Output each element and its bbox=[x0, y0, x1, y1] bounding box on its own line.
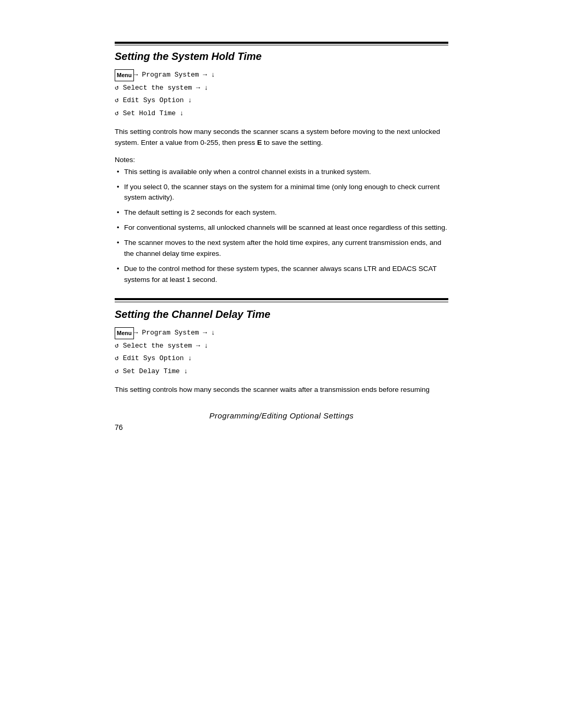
section2-rule-thin bbox=[115, 302, 448, 302]
section2-header-bar bbox=[115, 298, 448, 302]
s2-path-line-4: ↺ Set Delay Time ↓ bbox=[115, 365, 448, 378]
bullet-2: If you select 0, the scanner stays on th… bbox=[115, 182, 448, 204]
notes-label: Notes: bbox=[115, 156, 448, 164]
s2-path-line-2-text: ↺ Select the system → ↓ bbox=[115, 340, 208, 353]
section-channel-delay: Setting the Channel Delay Time Menu → Pr… bbox=[115, 298, 448, 396]
s2-menu-key: Menu bbox=[115, 327, 134, 339]
section1-body: This setting controls how many seconds t… bbox=[115, 127, 448, 149]
bullet-5: The scanner moves to the next system aft… bbox=[115, 238, 448, 260]
path-line-3: ↺ Edit Sys Option ↓ bbox=[115, 94, 448, 107]
s2-path-line-3-text: ↺ Edit Sys Option ↓ bbox=[115, 352, 192, 365]
section2-body: This setting controls how many seconds t… bbox=[115, 385, 448, 396]
page-footer: Programming/Editing Optional Settings 76 bbox=[115, 411, 448, 431]
s2-path-line-4-text: ↺ Set Delay Time ↓ bbox=[115, 365, 188, 378]
s2-path-line-1: Menu → Program System → ↓ bbox=[115, 327, 448, 340]
top-rule-thin bbox=[115, 45, 448, 45]
path-line-4: ↺ Set Hold Time ↓ bbox=[115, 107, 448, 120]
section2-rule-thick bbox=[115, 298, 448, 300]
path-line-1: Menu → Program System → ↓ bbox=[115, 69, 448, 82]
section1-menu-path: Menu → Program System → ↓ ↺ Select the s… bbox=[115, 69, 448, 120]
bullet-1: This setting is available only when a co… bbox=[115, 167, 448, 178]
section1-title: Setting the System Hold Time bbox=[115, 51, 448, 63]
s2-path-line-3: ↺ Edit Sys Option ↓ bbox=[115, 352, 448, 365]
s2-path-line-1-rest: → Program System → ↓ bbox=[134, 327, 215, 340]
section2-menu-path: Menu → Program System → ↓ ↺ Select the s… bbox=[115, 327, 448, 378]
menu-key: Menu bbox=[115, 69, 134, 81]
path-line-2: ↺ Select the system → ↓ bbox=[115, 82, 448, 95]
bullet-4: For conventional systems, all unlocked c… bbox=[115, 223, 448, 233]
section1-bullets: This setting is available only when a co… bbox=[115, 167, 448, 286]
top-rule-thick bbox=[115, 42, 448, 44]
path-line-4-text: ↺ Set Hold Time ↓ bbox=[115, 107, 184, 120]
section-hold-time: Setting the System Hold Time Menu → Prog… bbox=[115, 51, 448, 286]
bullet-3: The default setting is 2 seconds for eac… bbox=[115, 207, 448, 218]
path-line-2-text: ↺ Select the system → ↓ bbox=[115, 82, 208, 95]
page: Setting the System Hold Time Menu → Prog… bbox=[0, 0, 563, 728]
top-decorative-rules bbox=[115, 42, 448, 45]
s2-path-line-2: ↺ Select the system → ↓ bbox=[115, 340, 448, 353]
path-line-3-text: ↺ Edit Sys Option ↓ bbox=[115, 94, 192, 107]
section2-title: Setting the Channel Delay Time bbox=[115, 309, 448, 320]
footer-subtitle: Programming/Editing Optional Settings bbox=[115, 411, 448, 420]
bullet-6: Due to the control method for these syst… bbox=[115, 264, 448, 286]
path-line-1-rest: → Program System → ↓ bbox=[134, 69, 215, 82]
page-number: 76 bbox=[115, 423, 448, 431]
